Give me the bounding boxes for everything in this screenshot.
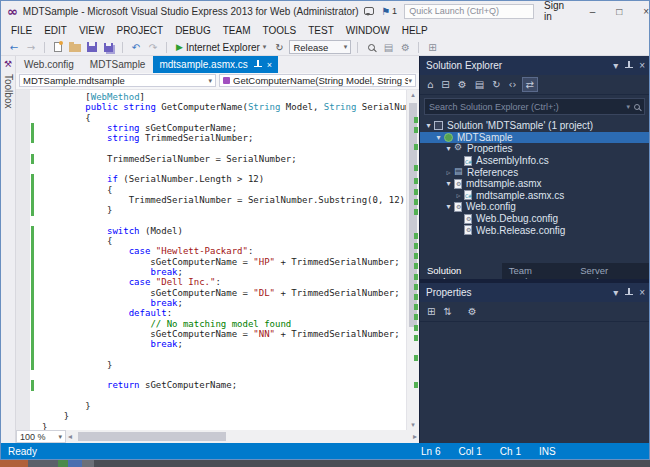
panel-tab-team-explorer[interactable]: Team Explorer: [502, 263, 573, 279]
view-code-icon[interactable]: ‹›: [506, 78, 520, 91]
open-file-icon[interactable]: [68, 40, 82, 55]
panel-tab-solution-explorer[interactable]: Solution Explorer: [420, 263, 502, 279]
code-text: }: [42, 422, 47, 431]
solution-search-input[interactable]: [429, 102, 622, 112]
tab-mdtsample[interactable]: MDTSample: [82, 56, 154, 73]
categorized-icon[interactable]: ⊞: [424, 305, 438, 318]
new-file-icon[interactable]: [51, 40, 65, 55]
solution-configuration-dropdown[interactable]: Release▾: [289, 40, 351, 54]
menu-window[interactable]: WINDOW: [340, 23, 396, 38]
properties-window-icon[interactable]: ⚙: [398, 40, 412, 55]
code-line: }: [30, 422, 406, 431]
menu-tools[interactable]: TOOLS: [256, 23, 302, 38]
tab-web-config[interactable]: Web.config: [16, 56, 82, 73]
maximize-button[interactable]: □: [609, 5, 629, 18]
browser-link-refresh-icon[interactable]: ↻: [272, 40, 286, 55]
editor-vertical-scrollbar[interactable]: ▴ ▾: [406, 90, 419, 430]
collapse-all-icon[interactable]: ⊟: [438, 78, 452, 91]
menu-file[interactable]: FILE: [5, 23, 38, 38]
close-icon[interactable]: ×: [639, 287, 645, 298]
solution-explorer-toggle-icon[interactable]: ▤: [381, 40, 395, 55]
expanded-icon[interactable]: ▾: [434, 133, 443, 142]
tree-item-solution-mdtsample-1-project[interactable]: ▾Solution 'MDTSample' (1 project): [420, 120, 649, 132]
close-button[interactable]: ×: [636, 5, 650, 18]
expanded-icon[interactable]: ▾: [424, 121, 433, 130]
menu-help[interactable]: HELP: [396, 23, 434, 38]
menu-test[interactable]: TEST: [302, 23, 340, 38]
tab-label: MDTSample: [90, 59, 146, 70]
scroll-down-icon[interactable]: ▾: [407, 421, 419, 429]
tree-item-references[interactable]: ▹References: [420, 166, 649, 178]
pin-icon[interactable]: [624, 61, 633, 70]
editor-horizontal-scrollbar[interactable]: ◂ ▸: [66, 430, 419, 443]
expanded-icon[interactable]: ▾: [444, 179, 453, 188]
code-editor[interactable]: [WebMethod] public string GetComputerNam…: [30, 90, 406, 430]
quick-launch-input[interactable]: [404, 4, 534, 19]
feedback-icon[interactable]: [364, 7, 374, 15]
tab-mdtsample-asmx-cs[interactable]: mdtsample.asmx.cs×: [153, 56, 278, 73]
tree-item-web-debug-config[interactable]: Web.Debug.config: [420, 213, 649, 225]
collapsed-icon[interactable]: ▹: [454, 191, 463, 200]
tree-item-mdtsample[interactable]: ▾MDTSample: [420, 132, 649, 144]
scroll-left-icon[interactable]: ◂: [68, 432, 72, 441]
tree-item-web-release-config[interactable]: Web.Release.config: [420, 224, 649, 236]
editor-glyph-margin[interactable]: [16, 90, 30, 430]
window-title: MDTSample - Microsoft Visual Studio Expr…: [23, 6, 359, 17]
tree-item-mdtsample-asmx-cs[interactable]: ▹mdtsample.asmx.cs: [420, 190, 649, 202]
tree-item-properties[interactable]: ▾Properties: [420, 143, 649, 155]
start-debugging-button[interactable]: ▶Internet Explorer▾: [173, 40, 269, 55]
tree-item-assemblyinfo-cs[interactable]: AssemblyInfo.cs: [420, 155, 649, 167]
menu-project[interactable]: PROJECT: [110, 23, 169, 38]
toolbox-tab[interactable]: ⚒ Toolbox: [1, 56, 16, 443]
scroll-right-icon[interactable]: ▸: [413, 432, 417, 441]
window-position-icon[interactable]: ▾: [613, 287, 618, 298]
code-text: TrimmedSerialNumber = SerialNumber;: [42, 154, 297, 164]
properties-header: Properties ▾ ×: [420, 283, 649, 302]
pin-icon[interactable]: [253, 60, 262, 69]
change-mark: [414, 284, 418, 290]
expanded-icon[interactable]: ▾: [444, 202, 453, 211]
sign-in-link[interactable]: Sign in: [541, 0, 576, 22]
alphabetical-icon[interactable]: ⇅: [440, 305, 454, 318]
scroll-up-icon[interactable]: ▴: [407, 91, 419, 99]
zoom-dropdown[interactable]: 100 % ▾: [16, 430, 66, 443]
pin-icon[interactable]: [624, 288, 633, 297]
chevron-down-icon[interactable]: ▾: [626, 103, 630, 111]
collapsed-icon[interactable]: ▹: [444, 168, 453, 177]
find-in-files-icon[interactable]: [364, 40, 378, 55]
refresh-icon[interactable]: ↻: [489, 78, 503, 91]
horizontal-scrollbar-thumb[interactable]: [78, 432, 226, 441]
scope-dropdown-label: MDTSample.mdtsample: [23, 75, 208, 86]
code-line: break;: [30, 267, 406, 277]
save-icon[interactable]: [85, 40, 99, 55]
navigate-backward-icon[interactable]: ←: [7, 40, 21, 55]
menu-edit[interactable]: EDIT: [38, 23, 73, 38]
save-all-icon[interactable]: [102, 40, 116, 55]
minimize-button[interactable]: –: [583, 5, 603, 18]
properties-icon[interactable]: ⚙: [455, 78, 470, 91]
extensions-icon[interactable]: ⊞: [425, 40, 439, 55]
member-dropdown[interactable]: GetComputerName(String Model, String Ser…: [219, 74, 416, 87]
tree-item-web-config[interactable]: ▾Web.config: [420, 201, 649, 213]
tree-item-mdtsample-asmx[interactable]: ▾mdtsample.asmx: [420, 178, 649, 190]
menu-team[interactable]: TEAM: [217, 23, 257, 38]
zoom-level: 100 %: [20, 432, 46, 442]
show-all-files-icon[interactable]: ▤: [472, 78, 487, 91]
chevron-down-icon: ▾: [208, 77, 212, 85]
scope-dropdown[interactable]: MDTSample.mdtsample ▾: [19, 74, 216, 87]
redo-icon[interactable]: ↷: [146, 40, 160, 55]
code-text: break;: [42, 339, 183, 349]
navigate-forward-icon[interactable]: →: [24, 40, 38, 55]
close-icon[interactable]: ×: [267, 60, 272, 70]
close-icon[interactable]: ×: [639, 60, 645, 71]
expanded-icon[interactable]: ▾: [444, 144, 453, 153]
home-icon[interactable]: ⌂: [424, 78, 436, 91]
sync-with-active-document-icon[interactable]: ⇄: [522, 77, 538, 92]
notifications-button[interactable]: ⚑ 1: [381, 6, 397, 17]
menu-debug[interactable]: DEBUG: [169, 23, 217, 38]
window-position-icon[interactable]: ▾: [613, 60, 618, 71]
property-pages-icon[interactable]: ⚙: [465, 305, 480, 318]
menu-view[interactable]: VIEW: [73, 23, 111, 38]
panel-tab-server-explorer[interactable]: Server Explorer: [573, 263, 649, 279]
undo-icon[interactable]: ↶: [129, 40, 143, 55]
